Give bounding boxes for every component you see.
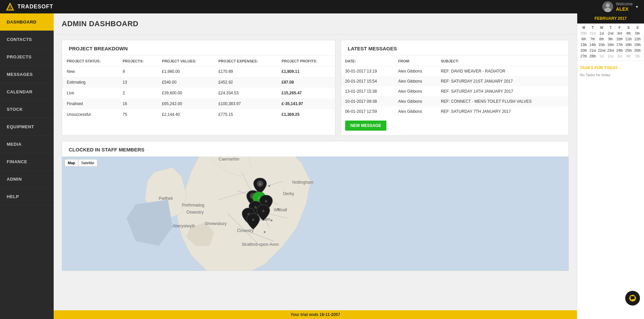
logo-area: TRADESOFT [5,2,53,11]
msg-from-cell: Alex Gibbons [394,66,437,77]
project-expenses-cell: £170.89 [214,66,277,77]
messages-table-row[interactable]: 10-01-2017 09:38 Alex Gibbons REF: CONNE… [341,96,569,106]
calendar-day[interactable]: 3rd [615,53,624,59]
clocked-in-title: CLOCKED IN STAFF MEMBERS [62,141,569,156]
calendar-day[interactable]: 22nd [597,48,606,53]
chat-button[interactable] [625,291,640,306]
svg-point-4 [606,3,610,7]
svg-text:⌂: ⌂ [265,199,267,203]
calendar-day[interactable]: 4th [624,53,633,59]
project-expenses-cell: £775.15 [214,109,277,120]
project-count-cell: 9 [118,66,157,77]
calendar-day[interactable]: 10th [615,36,624,42]
sidebar-item-equipment[interactable]: EQUIPMENT [0,118,54,136]
calendar-day[interactable]: 12th [633,36,642,42]
sidebar-item-admin[interactable]: ADMIN [0,171,54,188]
calendar-day[interactable]: 27th [579,53,588,59]
calendar-day[interactable]: 3rd [615,31,624,36]
project-table-row: Finalised 16 £65,242.00 £100,383.97 £-35… [62,98,335,109]
calendar-day[interactable]: 16th [606,42,615,48]
sidebar-item-calendar[interactable]: CALENDAR [0,83,54,101]
sidebar-item-stock[interactable]: STOCK [0,101,54,118]
svg-text:Derby: Derby [283,191,294,196]
project-expenses-cell: £100,383.97 [214,98,277,109]
calendar-day[interactable]: 1st [597,53,606,59]
project-count-cell: 2 [118,88,157,98]
satellite-view-button[interactable]: Satellite [78,159,97,167]
svg-text:Caernarfon: Caernarfon [219,157,239,162]
calendar-day[interactable]: 8th [597,36,606,42]
calendar-day[interactable]: 14th [588,42,597,48]
project-breakdown-title: PROJECT BREAKDOWN [62,40,335,56]
calendar-day[interactable]: 9th [606,36,615,42]
calendar-day[interactable]: 19th [633,42,642,48]
project-count-cell: 75 [118,109,157,120]
calendar-day[interactable]: 18th [624,42,633,48]
messages-table-row[interactable]: 20-01-2017 15:54 Alex Gibbons REF: SATUR… [341,76,569,86]
svg-text:⌂: ⌂ [262,209,265,213]
calendar-day[interactable]: 13th [579,42,588,48]
sidebar-item-messages[interactable]: MESSAGES [0,66,54,83]
avatar [602,1,613,12]
svg-text:Shrewsbury: Shrewsbury [205,221,227,226]
project-count-cell: 13 [118,77,157,88]
sidebar-item-finance[interactable]: FINANCE [0,153,54,171]
topbar: TRADESOFT Welcome ALEX ▼ [0,0,644,13]
svg-point-21 [271,220,272,221]
project-values-cell: £65,242.00 [157,98,214,109]
calendar-day[interactable]: 26th [633,48,642,53]
map-controls: Map Satellite [65,159,97,167]
calendar-day[interactable]: 30th [579,31,588,36]
messages-table-row[interactable]: 30-01-2017 13:19 Alex Gibbons REF: DAVID… [341,66,569,77]
svg-text:Aberystwyth: Aberystwyth [172,224,195,228]
calendar-day[interactable]: 24th [615,48,624,53]
map-view-button[interactable]: Map [65,159,78,167]
svg-text:Stratford-upon-Avon: Stratford-upon-Avon [241,242,279,247]
calendar-day[interactable]: 2nd [606,53,615,59]
calendar-day[interactable]: 25th [624,48,633,53]
calendar-week-row: 30th31st1st2nd3rd4th5th [579,31,642,36]
calendar-day[interactable]: 2nd [606,31,615,36]
cal-header-t2: T [606,25,615,31]
content-area: ADMIN DASHBOARD PROJECT BREAKDOWN PROJEC… [54,13,577,319]
calendar-day[interactable]: 21st [588,48,597,53]
msg-col-from: FROM: [394,56,437,66]
new-message-button[interactable]: NEW MESSAGE [345,121,386,131]
msg-date-cell: 06-01-2017 12:59 [341,106,394,117]
calendar-day[interactable]: 20th [579,48,588,53]
calendar-day[interactable]: 7th [588,36,597,42]
user-menu[interactable]: Welcome ALEX ▼ [602,1,639,12]
calendar-day[interactable]: 5th [633,31,642,36]
sidebar-item-projects[interactable]: PROJECTS [0,48,54,66]
calendar-day[interactable]: 5th [633,53,642,59]
calendar-day[interactable]: 6th [579,36,588,42]
project-status-cell: Live [62,88,118,98]
project-profits-cell: £87.08 [277,77,335,88]
sidebar-item-help[interactable]: HELP [0,188,54,206]
tasks-section: TASKS FOR TODAY No Tasks for today [577,60,644,81]
svg-text:Nottingham: Nottingham [292,180,313,185]
calendar-day[interactable]: 1st [597,31,606,36]
calendar-day[interactable]: 28th [588,53,597,59]
calendar-day[interactable]: 31st [588,31,597,36]
calendar-day[interactable]: 4th [624,31,633,36]
map-container[interactable]: Caernarfon Wrexham Derby Nottingham Wals… [62,156,569,271]
msg-subject-cell: REF: SATURDAY 14TH JANUARY 2017 [437,86,569,96]
messages-table-row[interactable]: 06-01-2017 12:59 Alex Gibbons REF: SATUR… [341,106,569,117]
sidebar-item-dashboard[interactable]: DASHBOARD [0,13,54,31]
calendar-day[interactable]: 23rd [606,48,615,53]
trial-bar: Your trial ends 18-11-2057 [54,310,577,319]
project-expenses-cell: £452.92 [214,77,277,88]
sidebar-item-media[interactable]: MEDIA [0,136,54,153]
msg-col-subject: SUBJECT: [437,56,569,66]
calendar-day[interactable]: 11th [624,36,633,42]
messages-table-row[interactable]: 13-01-2017 15:38 Alex Gibbons REF: SATUR… [341,86,569,96]
calendar-day[interactable]: 17th [615,42,624,48]
project-profits-cell: £1,809.11 [277,66,335,77]
svg-marker-1 [7,3,13,10]
sidebar-item-contacts[interactable]: CONTACTS [0,31,54,48]
user-info: Welcome ALEX [616,2,633,12]
project-status-cell: Estimating [62,77,118,88]
msg-subject-cell: REF: SATURDAY 7TH JANUARY 2017 [437,106,569,117]
calendar-day[interactable]: 15th [597,42,606,48]
